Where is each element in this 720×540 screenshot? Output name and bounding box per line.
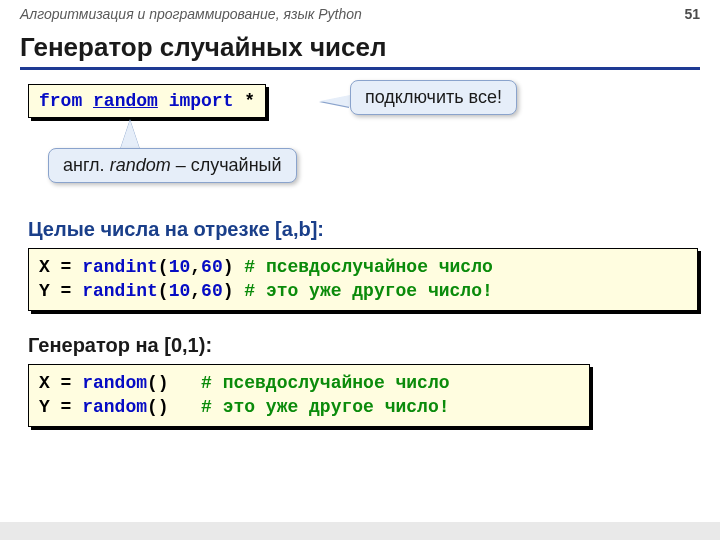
- fn-name: random: [82, 373, 147, 393]
- sep: ,: [190, 281, 201, 301]
- code-text: X =: [39, 257, 82, 277]
- num: 60: [201, 257, 223, 277]
- spacer: [169, 373, 201, 393]
- paren: ): [223, 257, 234, 277]
- section-heading-2: Генератор на [0,1):: [28, 334, 212, 357]
- section-heading-1: Целые числа на отрезке [a,b]:: [28, 218, 324, 241]
- page-number: 51: [684, 6, 700, 22]
- comment: # это уже другое число!: [234, 281, 493, 301]
- callout-word: random: [110, 155, 171, 175]
- sep: ,: [190, 257, 201, 277]
- spacer: [169, 397, 201, 417]
- paren: (: [158, 257, 169, 277]
- slide-header: Алгоритмизация и программирование, язык …: [20, 6, 700, 22]
- page-title: Генератор случайных чисел: [20, 32, 700, 70]
- code-block-randint: X = randint(10,60) # псевдослучайное чис…: [28, 248, 698, 311]
- parens: (): [147, 373, 169, 393]
- comment: # псевдослучайное число: [234, 257, 493, 277]
- fn-name: randint: [82, 257, 158, 277]
- callout-text: – случайный: [171, 155, 282, 175]
- num: 60: [201, 281, 223, 301]
- slide: Алгоритмизация и программирование, язык …: [0, 0, 720, 540]
- code-text: X =: [39, 373, 82, 393]
- pointer-icon: [120, 120, 140, 150]
- num: 10: [169, 281, 191, 301]
- num: 10: [169, 257, 191, 277]
- callout-translate: англ. random – случайный: [48, 148, 297, 183]
- code-block-random: X = random() # псевдослучайное число Y =…: [28, 364, 590, 427]
- comment: # псевдослучайное число: [201, 373, 449, 393]
- footer-bar: [0, 522, 720, 540]
- course-title: Алгоритмизация и программирование, язык …: [20, 6, 362, 22]
- paren: ): [223, 281, 234, 301]
- kw-from: from: [39, 91, 82, 111]
- fn-name: random: [82, 397, 147, 417]
- callout-connect: подключить все!: [350, 80, 517, 115]
- code-import: from random import *: [28, 84, 266, 118]
- pointer-icon: [320, 95, 350, 107]
- callout-text: англ.: [63, 155, 110, 175]
- fn-name: randint: [82, 281, 158, 301]
- paren: (: [158, 281, 169, 301]
- module-name: random: [93, 91, 158, 111]
- code-text: Y =: [39, 281, 82, 301]
- code-text: Y =: [39, 397, 82, 417]
- kw-import: import: [169, 91, 234, 111]
- comment: # это уже другое число!: [201, 397, 449, 417]
- parens: (): [147, 397, 169, 417]
- star-token: *: [244, 91, 255, 111]
